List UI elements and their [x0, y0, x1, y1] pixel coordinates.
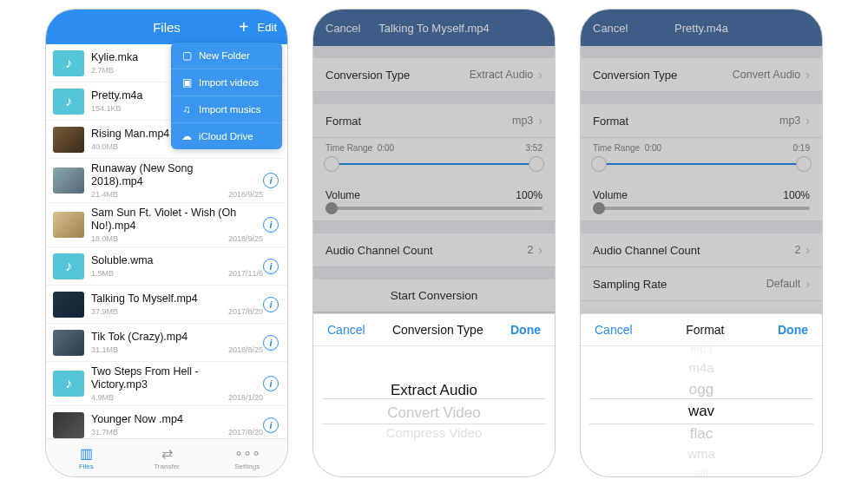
picker-option[interactable]: Convert Video — [387, 402, 480, 424]
file-row[interactable]: Two Steps From Hell - Victory.mp34.9MB20… — [46, 362, 287, 406]
file-row[interactable]: Talking To Myself.mp437.9MB2017/8/20i — [46, 286, 287, 324]
file-size: 31.7MB — [91, 428, 118, 437]
convert-form: Conversion Type Convert Audio › Format m… — [581, 46, 822, 335]
picker-option[interactable]: m4a — [688, 358, 713, 378]
info-icon[interactable]: i — [263, 417, 279, 433]
row-volume[interactable]: Volume 100% — [313, 182, 555, 221]
add-button[interactable]: + — [239, 17, 249, 37]
row-format[interactable]: Format mp3 › — [581, 104, 822, 138]
picker-done-button[interactable]: Done — [510, 323, 541, 337]
row-channel-count[interactable]: Audio Channel Count 2 › — [313, 233, 555, 267]
time-range-slider[interactable] — [326, 156, 542, 172]
volume-label: Volume — [326, 189, 360, 201]
tab-transfer[interactable]: ⇄ Transfer — [127, 439, 207, 476]
info-icon[interactable]: i — [263, 297, 279, 312]
file-date: 2018/8/25 — [228, 345, 263, 354]
volume-value: 100% — [783, 189, 810, 201]
convert-form: Conversion Type Extract Audio › Format m… — [313, 46, 555, 312]
picker-option[interactable]: wav — [688, 400, 714, 422]
file-date: 2018/1/20 — [228, 393, 263, 402]
time-range-slider[interactable] — [593, 156, 810, 172]
time-start: 0:00 — [645, 143, 661, 153]
time-range-label: Time Range — [326, 143, 372, 153]
file-size: 37.9MB — [91, 307, 118, 316]
tab-label: Transfer — [154, 463, 180, 470]
row-channel-count[interactable]: Audio Channel Count 2 › — [581, 233, 822, 267]
picker-option[interactable]: ogg — [689, 378, 713, 400]
file-row[interactable]: Soluble.wma1.5MB2017/11/6i — [46, 247, 287, 286]
screen-files: Files + Edit ▢ New Folder ▣ Import video… — [45, 9, 288, 477]
dropdown-item-import-musics[interactable]: ♫ Import musics — [171, 96, 282, 123]
time-end: 3:52 — [526, 143, 542, 153]
cancel-button[interactable]: Cancel — [326, 22, 360, 35]
info-icon[interactable]: i — [263, 217, 279, 233]
video-import-icon: ▣ — [180, 76, 194, 89]
picker-option[interactable]: mp3 — [690, 341, 712, 358]
tab-files[interactable]: ▥ Files — [46, 439, 127, 476]
picker-cancel-button[interactable]: Cancel — [595, 323, 633, 337]
file-date: 2017/8/20 — [228, 307, 263, 316]
file-size: 4.9MB — [91, 393, 114, 402]
file-name: Two Steps From Hell - Victory.mp3 — [91, 365, 247, 391]
row-label: Conversion Type — [326, 69, 470, 82]
info-icon[interactable]: i — [263, 173, 279, 188]
file-date: 2017/8/20 — [228, 428, 263, 437]
row-value: mp3 — [779, 115, 800, 127]
picker-wheel[interactable]: Extract Audio Convert Video Compress Vid… — [313, 346, 555, 476]
file-row[interactable]: Runaway (New Song 2018).mp421.4MB2018/9/… — [46, 159, 287, 203]
cancel-button[interactable]: Cancel — [593, 22, 628, 35]
tab-settings[interactable]: ∘∘∘ Settings — [207, 439, 287, 476]
picker-done-button[interactable]: Done — [778, 323, 808, 337]
row-time-range[interactable]: Time Range 0:00 0:19 — [581, 138, 822, 182]
picker-toolbar: Cancel Conversion Type Done — [313, 314, 555, 346]
row-value: Default — [766, 278, 801, 290]
row-value: mp3 — [512, 115, 533, 127]
file-name: Younger Now .mp4 — [91, 413, 247, 426]
file-name: Soluble.wma — [91, 254, 247, 267]
row-volume[interactable]: Volume 100% — [581, 182, 822, 221]
dropdown-item-new-folder[interactable]: ▢ New Folder — [171, 43, 282, 69]
file-date: 2017/11/6 — [228, 269, 263, 278]
screen-convert-audio: Cancel Pretty.m4a Conversion Type Conver… — [580, 9, 823, 477]
dropdown-item-icloud[interactable]: ☁ iCloud Drive — [171, 123, 282, 149]
row-value: 2 — [527, 244, 533, 256]
picker-option[interactable]: aiff — [694, 464, 708, 477]
row-time-range[interactable]: Time Range 0:00 3:52 — [313, 138, 555, 182]
file-row[interactable]: Tik Tok (Crazy).mp431.1MB2018/8/25i — [46, 324, 287, 362]
picker-title: Format — [686, 323, 724, 337]
cloud-icon: ☁ — [180, 130, 194, 142]
chevron-right-icon: › — [806, 243, 810, 257]
file-row[interactable]: Younger Now .mp431.7MB2017/8/20i — [46, 406, 287, 438]
info-icon[interactable]: i — [263, 335, 279, 351]
picker-option[interactable]: Compress Video — [386, 424, 483, 443]
row-conversion-type[interactable]: Conversion Type Extract Audio › — [313, 58, 555, 92]
volume-slider[interactable] — [326, 207, 542, 210]
row-conversion-type[interactable]: Conversion Type Convert Audio › — [581, 58, 822, 92]
row-format[interactable]: Format mp3 › — [313, 104, 555, 138]
picker-option[interactable]: flac — [690, 423, 713, 444]
picker-cancel-button[interactable]: Cancel — [327, 323, 365, 337]
edit-button[interactable]: Edit — [258, 21, 277, 34]
picker-sheet-conversion-type: Cancel Conversion Type Done Extract Audi… — [313, 313, 555, 476]
chevron-right-icon: › — [806, 114, 810, 128]
row-value: 2 — [794, 244, 800, 256]
row-sampling-rate[interactable]: Sampling Rate Default › — [581, 267, 822, 301]
chevron-right-icon: › — [806, 277, 810, 291]
row-value: Convert Audio — [733, 69, 801, 81]
row-value: Extract Audio — [470, 69, 534, 81]
picker-option[interactable]: wma — [687, 444, 715, 464]
info-icon[interactable]: i — [263, 259, 279, 274]
video-thumbnail — [53, 167, 84, 194]
dropdown-item-import-videos[interactable]: ▣ Import videos — [171, 69, 282, 96]
header-title: Pretty.m4a — [581, 22, 822, 35]
dropdown-label: Import musics — [199, 104, 261, 115]
volume-slider[interactable] — [593, 207, 810, 210]
files-header: Files + Edit — [46, 10, 287, 44]
dropdown-label: New Folder — [199, 50, 250, 61]
info-icon[interactable]: i — [263, 376, 279, 391]
file-row[interactable]: Sam Sun Ft. Violet - Wish (Oh No!).mp418… — [46, 203, 287, 247]
picker-wheel[interactable]: mp3 m4a ogg wav flac wma aiff — [581, 346, 822, 476]
file-size: 31.1MB — [91, 345, 118, 354]
picker-option[interactable]: Extract Audio — [391, 379, 477, 401]
start-conversion-button[interactable]: Start Conversion — [313, 279, 555, 312]
